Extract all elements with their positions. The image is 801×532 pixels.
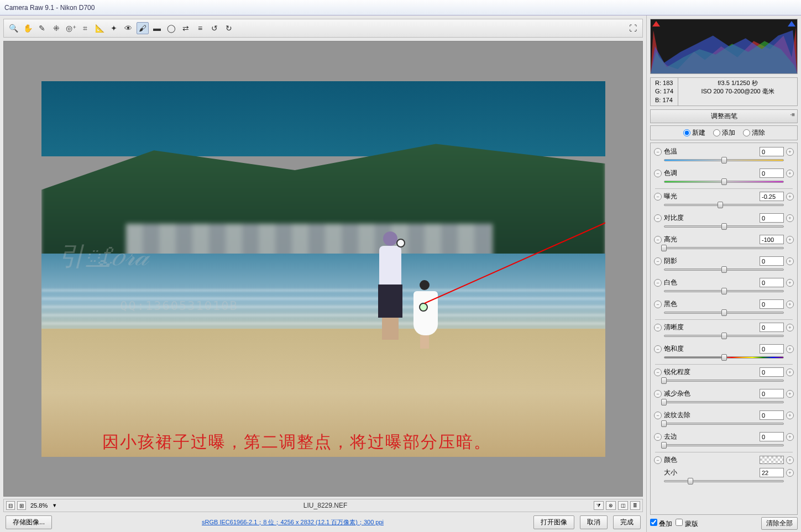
slider-whites-plus[interactable]: + (786, 279, 794, 287)
slider-defringe-value[interactable] (760, 432, 784, 441)
image-preview-area[interactable]: 引꯭ℒ𝑜𝓇𝒶 QQ:1360531010B 因小孩裙子过曝，第二调整点，将过曝部… (3, 41, 643, 497)
slider-shadows-value[interactable] (760, 256, 784, 266)
slider-moire-value[interactable] (760, 410, 784, 420)
slider-saturation-track[interactable] (664, 355, 784, 361)
slider-defringe-plus[interactable]: + (786, 433, 794, 441)
redeye-tool-icon[interactable]: 👁 (122, 22, 134, 34)
slider-exposure-value[interactable] (760, 192, 784, 201)
radial-filter-icon[interactable]: ◯ (165, 22, 177, 34)
slider-sharpness-track[interactable] (664, 378, 784, 384)
slider-saturation-minus[interactable]: − (654, 345, 662, 353)
slider-temp-value[interactable] (760, 147, 784, 156)
save-image-button[interactable]: 存储图像... (6, 515, 52, 529)
slider-temp-minus[interactable]: − (654, 148, 662, 156)
slider-moire-track[interactable] (664, 422, 784, 427)
overlay-checkbox[interactable]: 叠加 (650, 519, 672, 529)
slider-whites-minus[interactable]: − (654, 279, 662, 287)
slider-contrast-track[interactable] (664, 224, 784, 230)
white-balance-eyedropper-icon[interactable]: ✎ (36, 22, 48, 34)
slider-blacks-plus[interactable]: + (786, 301, 794, 308)
slider-defringe-track[interactable] (664, 443, 784, 449)
workflow-options-link[interactable]: sRGB IEC61966-2.1；8 位；4256 x 2832 (12.1 … (202, 518, 384, 526)
slider-size-track[interactable] (664, 479, 784, 484)
histogram[interactable] (650, 19, 798, 74)
slider-contrast-minus[interactable]: − (654, 214, 662, 222)
adjustment-brush-icon[interactable]: 🖌 (137, 22, 149, 34)
mask-checkbox[interactable]: 蒙版 (676, 519, 698, 529)
rating-view-icon[interactable]: ⊗ (606, 501, 616, 510)
slider-saturation-value[interactable] (760, 344, 784, 354)
color-swatch[interactable] (760, 456, 784, 464)
slider-shadows-minus[interactable]: − (654, 257, 662, 265)
slider-moire-plus[interactable]: + (786, 412, 794, 419)
graduated-filter-icon[interactable]: ▬ (151, 22, 163, 34)
slider-noise-plus[interactable]: + (786, 390, 794, 398)
slider-clarity-track[interactable] (664, 334, 784, 339)
slider-exposure-minus[interactable]: − (654, 193, 662, 201)
filmstrip-view-icon[interactable]: ≣ (630, 501, 640, 510)
slider-color-minus[interactable]: − (654, 456, 662, 464)
slider-noise-track[interactable] (664, 400, 784, 405)
slider-sharpness-value[interactable] (760, 367, 784, 377)
preferences-icon[interactable]: ≡ (194, 22, 206, 34)
crop-tool-icon[interactable]: ⌗ (79, 22, 91, 34)
slider-size-value[interactable] (760, 468, 784, 477)
clear-all-button[interactable]: 清除全部 (761, 517, 798, 530)
color-sampler-icon[interactable]: ⁜ (50, 22, 62, 34)
slider-highlights-track[interactable] (664, 246, 784, 251)
zoom-tool-icon[interactable]: 🔍 (7, 22, 19, 34)
slider-saturation-plus[interactable]: + (786, 345, 794, 353)
spot-removal-icon[interactable]: ✦ (108, 22, 120, 34)
slider-highlights-minus[interactable]: − (654, 236, 662, 244)
slider-highlights-value[interactable] (760, 235, 784, 244)
slider-tint-plus[interactable]: + (786, 170, 794, 177)
filter-view-icon[interactable]: ⧩ (594, 501, 604, 510)
slider-whites-value[interactable] (760, 278, 784, 287)
rotate-ccw-icon[interactable]: ↺ (208, 22, 221, 34)
transform-icon[interactable]: ⇄ (180, 22, 192, 34)
panel-menu-icon[interactable]: ·≡ (790, 112, 795, 118)
slider-sharpness-minus[interactable]: − (654, 368, 662, 376)
slider-tint-minus[interactable]: − (654, 170, 662, 177)
slider-tint-value[interactable] (760, 168, 784, 178)
slider-temp-plus[interactable]: + (786, 148, 794, 156)
zoom-in-button[interactable]: ⊞ (17, 501, 26, 510)
done-button[interactable]: 完成 (613, 515, 641, 529)
slider-tint-track[interactable] (664, 180, 784, 185)
zoom-level[interactable]: 25.8% (28, 502, 50, 509)
slider-defringe-minus[interactable]: − (654, 433, 662, 441)
slider-exposure-track[interactable] (664, 203, 784, 208)
fullscreen-toggle-icon[interactable]: ⛶ (627, 22, 639, 34)
slider-moire-minus[interactable]: − (654, 412, 662, 419)
slider-contrast-plus[interactable]: + (786, 214, 794, 222)
open-image-button[interactable]: 打开图像 (533, 515, 574, 529)
slider-size-plus[interactable]: + (786, 469, 794, 477)
slider-noise-value[interactable] (760, 389, 784, 398)
slider-blacks-value[interactable] (760, 299, 784, 309)
rotate-cw-icon[interactable]: ↻ (223, 22, 235, 34)
slider-color-plus[interactable]: + (786, 456, 794, 464)
mode-erase[interactable]: 清除 (743, 128, 765, 138)
compare-view-icon[interactable]: ◫ (618, 501, 628, 510)
slider-exposure-plus[interactable]: + (786, 193, 794, 201)
slider-shadows-plus[interactable]: + (786, 257, 794, 265)
slider-whites-track[interactable] (664, 289, 784, 294)
straighten-tool-icon[interactable]: 📐 (93, 22, 106, 34)
zoom-out-button[interactable]: ⊟ (6, 501, 15, 510)
mode-new[interactable]: 新建 (683, 128, 705, 138)
slider-blacks-minus[interactable]: − (654, 301, 662, 308)
hand-tool-icon[interactable]: ✋ (22, 22, 34, 34)
targeted-adjust-icon[interactable]: ◎⁺ (65, 22, 77, 34)
slider-clarity-minus[interactable]: − (654, 324, 662, 331)
slider-shadows-track[interactable] (664, 267, 784, 273)
adjustment-pin-2[interactable] (419, 303, 428, 312)
slider-sharpness-plus[interactable]: + (786, 368, 794, 376)
slider-noise-minus[interactable]: − (654, 390, 662, 398)
slider-clarity-value[interactable] (760, 323, 784, 332)
slider-blacks-track[interactable] (664, 310, 784, 316)
slider-contrast-value[interactable] (760, 213, 784, 223)
cancel-button[interactable]: 取消 (580, 515, 608, 529)
mode-add[interactable]: 添加 (713, 128, 735, 138)
slider-highlights-plus[interactable]: + (786, 236, 794, 244)
slider-clarity-plus[interactable]: + (786, 324, 794, 331)
